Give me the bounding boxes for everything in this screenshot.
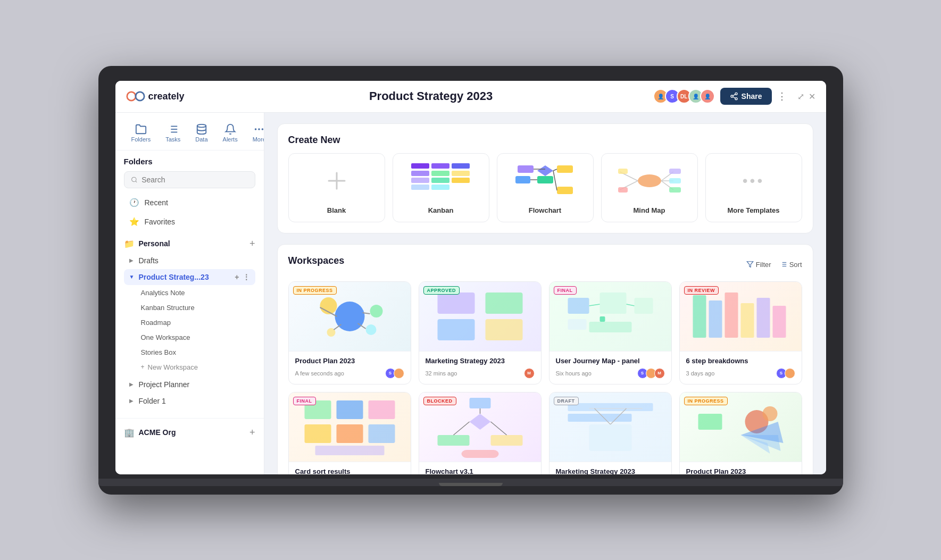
svg-rect-81 [693,295,706,338]
workspace-name: Product Plan 2023 [686,467,795,474]
template-blank[interactable]: Blank [288,153,385,222]
folders-section: Folders 🕐 Recent ⭐ Fav [115,151,264,234]
sidebar-item-folders[interactable]: Folders [124,120,159,146]
workspace-thumbnail: IN PROGRESS [680,392,802,462]
search-box[interactable] [124,171,255,188]
svg-point-15 [262,129,263,130]
personal-folder-section: 📁 Personal + ▶ Drafts [115,234,264,414]
svg-rect-105 [589,424,631,451]
recent-label: Recent [145,198,168,207]
folder-item-project-planner[interactable]: ▶ Project Planner [124,377,255,392]
workspace-card-flowchart[interactable]: BLOCKED [419,392,542,474]
template-mindmap[interactable]: Mind Map [601,153,698,222]
sidebar-item-alerts[interactable]: Alerts [215,120,245,146]
subfolder-one-workspace[interactable]: One Workspace [124,330,255,345]
blank-preview [305,161,369,201]
folder-item-folder1[interactable]: ▶ Folder 1 [124,393,255,409]
workspace-name: User Journey Map - panel [556,357,665,365]
workspace-card-marketing2[interactable]: DRAFT [549,392,672,474]
tasks-label: Tasks [165,136,180,143]
folder-item-product-strategy[interactable]: ▼ Product Strateg...23 + ⋮ [124,269,255,285]
workspace-name: Marketing Strategy 2023 [556,467,665,474]
share-button[interactable]: Share [720,88,772,105]
svg-rect-93 [315,446,384,455]
sidebar-item-data[interactable]: Data [188,120,215,146]
folders-label: Folders [131,136,151,143]
more-options-icon[interactable]: ⋮ [777,90,787,102]
kanban-preview [409,161,473,201]
template-more[interactable]: ••• More Templates [705,153,802,222]
svg-rect-75 [634,298,653,314]
roadmap-label: Roadmap [141,319,171,327]
workspace-time: Six hours ago [556,370,592,377]
template-flowchart[interactable]: Flowchart [497,153,594,222]
workspace-card-product-plan[interactable]: IN PROGRESS [288,281,411,385]
add-workspace-icon[interactable]: + [235,273,239,281]
personal-folder-add[interactable]: + [249,238,255,249]
svg-rect-26 [431,171,449,176]
folder-item-actions: + ⋮ [235,273,249,281]
svg-rect-86 [772,306,786,338]
workspace-card-journey[interactable]: FINAL [549,281,672,385]
subfolder-stories-box[interactable]: Stories Box [124,345,255,360]
folder1-label: Folder 1 [139,397,166,405]
svg-line-38 [553,169,557,171]
svg-rect-51 [618,169,628,174]
workspace-card-product2[interactable]: IN PROGRESS [679,392,802,474]
workspace-avatars: S [778,368,795,379]
svg-marker-53 [747,262,753,268]
svg-rect-33 [537,176,553,183]
org-left[interactable]: 🏢 ACME Org [124,428,176,438]
flowchart-preview [513,161,577,201]
svg-rect-103 [568,414,631,422]
subfolder-roadmap[interactable]: Roadmap [124,315,255,330]
workspace-card-marketing[interactable]: APPROVED Marketing Strateg [419,281,542,385]
svg-rect-24 [411,171,429,176]
favorites-nav-item[interactable]: ⭐ Favorites [124,213,255,231]
create-new-title: Create New [288,135,802,146]
svg-rect-34 [557,165,573,173]
workspace-card-cardsort[interactable]: FINAL [288,392,411,474]
org-add-icon[interactable]: + [249,427,255,438]
flowchart-label: Flowchart [529,206,561,214]
workspace-info: Marketing Strategy 2023 32 mins ago M [419,351,541,384]
workspace-thumbnail: BLOCKED [419,392,541,462]
svg-point-1 [136,92,144,101]
new-workspace-label: New Workspace [148,363,198,371]
workspace-grid: IN PROGRESS [288,281,802,474]
filter-button[interactable]: Filter [746,261,771,269]
ws-avatar [394,368,404,379]
close-icon[interactable]: ✕ [809,91,815,102]
svg-rect-80 [599,316,605,322]
mindmap-preview [618,161,681,201]
more-folder-options-icon[interactable]: ⋮ [243,273,250,281]
window-controls: ⤢ ✕ [797,91,815,102]
recent-nav-item[interactable]: 🕐 Recent [124,194,255,212]
workspace-thumbnail: FINAL [289,392,411,462]
svg-rect-70 [437,319,474,340]
svg-line-39 [553,171,557,190]
workspace-info: User Journey Map - panel Six hours ago S… [549,351,671,384]
subfolder-analytics-note[interactable]: Analytics Note [124,286,255,300]
more-dots-icon: ••• [743,172,764,189]
svg-point-63 [365,324,376,335]
sidebar-item-more[interactable]: More [245,120,264,146]
sort-button[interactable]: Sort [780,261,802,269]
new-workspace-item[interactable]: + New Workspace [124,360,255,374]
svg-rect-108 [698,414,722,430]
personal-folder-label: Personal [139,239,170,248]
svg-point-110 [762,406,777,421]
template-kanban[interactable]: Kanban [393,153,489,222]
search-input[interactable] [141,175,248,184]
personal-folder-expand[interactable]: 📁 Personal [124,239,170,249]
expand-icon[interactable]: ⤢ [797,91,804,102]
kanban-label: Kanban [428,206,454,214]
sidebar-item-tasks[interactable]: Tasks [158,120,188,146]
main-layout: Folders Tasks Data Alerts [115,113,826,474]
workspace-time: A few seconds ago [295,370,344,377]
svg-point-4 [735,98,737,100]
workspace-info: Flowchart v3.1 1 week ago S [419,462,541,474]
subfolder-kanban-structure[interactable]: Kanban Structure [124,300,255,315]
folder-item-drafts[interactable]: ▶ Drafts [124,253,255,269]
workspace-card-6steps[interactable]: IN REVIEW [679,281,802,385]
